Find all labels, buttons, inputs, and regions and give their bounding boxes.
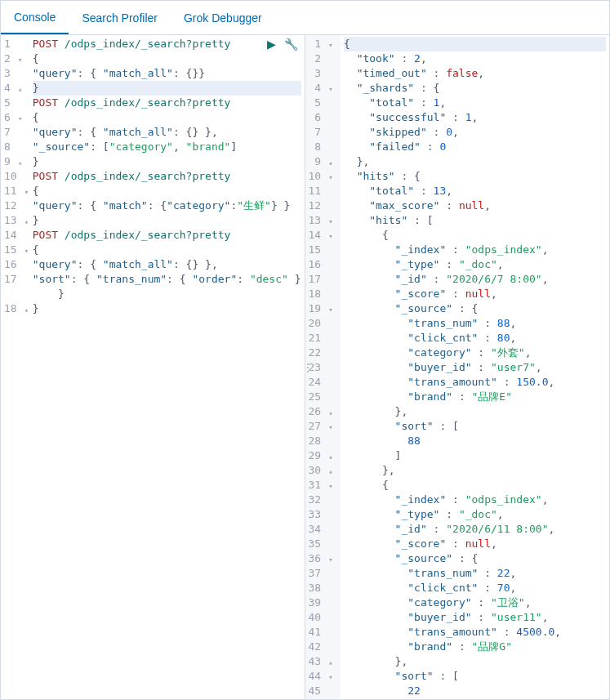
code-line[interactable]: 22 bbox=[344, 684, 606, 698]
fold-icon[interactable]: ▴ bbox=[327, 449, 334, 464]
code-line[interactable]: "trans_amount" : 4500.0, bbox=[344, 625, 606, 640]
code-line[interactable]: "_score" : null, bbox=[344, 537, 606, 551]
fold-icon[interactable]: ▾ bbox=[17, 111, 24, 126]
gutter-line: 26 ▴ bbox=[309, 404, 334, 419]
code-line[interactable]: }, bbox=[344, 654, 606, 669]
code-line[interactable]: POST /odps_index/_search?pretty bbox=[33, 169, 301, 184]
code-line[interactable]: "brand" : "品牌G" bbox=[344, 640, 606, 654]
fold-icon[interactable]: ▾ bbox=[327, 229, 334, 243]
code-line[interactable]: { bbox=[344, 228, 606, 243]
fold-icon[interactable]: ▾ bbox=[327, 170, 334, 185]
code-line[interactable]: "failed" : 0 bbox=[344, 140, 606, 154]
code-line[interactable]: { bbox=[33, 184, 301, 198]
code-line[interactable]: { bbox=[33, 243, 301, 257]
code-line[interactable]: "_score" : null, bbox=[344, 287, 606, 301]
code-line[interactable]: "_shards" : { bbox=[344, 81, 606, 96]
code-line[interactable]: "total" : 13, bbox=[344, 184, 606, 198]
code-line[interactable]: "successful" : 1, bbox=[344, 110, 606, 125]
code-line[interactable]: "category" : "卫浴", bbox=[344, 595, 606, 610]
code-line[interactable]: "query": { "match_all": {} }, bbox=[33, 125, 301, 140]
code-line[interactable]: ] bbox=[344, 448, 606, 463]
code-line[interactable]: "_id" : "2020/6/7 8:00", bbox=[344, 272, 606, 287]
code-line[interactable]: "total" : 1, bbox=[344, 96, 606, 110]
code-line[interactable]: "sort" : [ bbox=[344, 669, 606, 684]
code-line[interactable]: } bbox=[33, 154, 301, 169]
tab-search-profiler[interactable]: Search Profiler bbox=[69, 1, 171, 34]
fold-icon[interactable]: ▴ bbox=[17, 155, 24, 170]
code-line[interactable]: "brand" : "品牌E" bbox=[344, 390, 606, 404]
code-line[interactable]: "took" : 2, bbox=[344, 51, 606, 66]
code-line[interactable]: "max_score" : null, bbox=[344, 198, 606, 213]
code-line[interactable]: "_source" : { bbox=[344, 551, 606, 566]
fold-icon[interactable]: ▾ bbox=[327, 479, 334, 493]
response-editor[interactable]: 1 ▾2 3 4 ▾5 6 7 8 9 ▴10 ▾11 12 13 ▾14 ▾1… bbox=[305, 35, 610, 699]
code-line[interactable]: "buyer_id" : "user11", bbox=[344, 610, 606, 625]
request-editor[interactable]: 1 2 ▾3 4 ▴5 6 ▾7 8 9 ▴10 11 ▾12 13 ▴14 1… bbox=[1, 35, 305, 699]
code-line[interactable]: POST /odps_index/_search?pretty bbox=[33, 96, 301, 110]
code-line[interactable]: "click_cnt" : 70, bbox=[344, 581, 606, 595]
gutter-line: 29 ▴ bbox=[309, 448, 334, 463]
code-line[interactable]: "trans_num" : 22, bbox=[344, 566, 606, 581]
gutter-line: 12 bbox=[309, 198, 334, 213]
code-line[interactable]: { bbox=[33, 110, 301, 125]
code-line[interactable]: "query": { "match_all": {}} bbox=[33, 66, 301, 81]
code-line[interactable]: "_index" : "odps_index", bbox=[344, 493, 606, 507]
code-line[interactable]: 88 bbox=[344, 434, 606, 448]
code-line[interactable]: "sort": { "trans_num": { "order": "desc"… bbox=[33, 272, 301, 287]
code-line[interactable]: "hits" : { bbox=[344, 169, 606, 184]
splitter-handle[interactable]: ⋮ bbox=[305, 358, 311, 377]
code-line[interactable]: "skipped" : 0, bbox=[344, 125, 606, 140]
code-line[interactable]: } bbox=[33, 287, 301, 301]
fold-icon[interactable]: ▴ bbox=[327, 405, 334, 420]
fold-icon[interactable]: ▴ bbox=[17, 82, 24, 96]
code-line[interactable]: { bbox=[344, 37, 606, 51]
fold-icon[interactable]: ▾ bbox=[17, 52, 24, 67]
fold-icon[interactable]: ▴ bbox=[327, 155, 334, 170]
fold-icon[interactable]: ▴ bbox=[327, 464, 334, 479]
fold-icon[interactable]: ▾ bbox=[327, 214, 334, 229]
code-line[interactable]: } bbox=[33, 213, 301, 228]
tab-console[interactable]: Console bbox=[1, 1, 69, 34]
code-line[interactable]: }, bbox=[344, 404, 606, 419]
code-line[interactable]: "category" : "外套", bbox=[344, 346, 606, 360]
code-line[interactable]: "_source" : { bbox=[344, 301, 606, 316]
code-line[interactable]: }, bbox=[344, 463, 606, 478]
code-line[interactable]: "hits" : [ bbox=[344, 213, 606, 228]
code-line[interactable]: "query": { "match_all": {} }, bbox=[33, 257, 301, 272]
code-line[interactable]: { bbox=[344, 478, 606, 493]
code-line[interactable]: "trans_num" : 88, bbox=[344, 316, 606, 331]
fold-icon[interactable]: ▾ bbox=[327, 302, 334, 317]
code-line[interactable]: "buyer_id" : "user7", bbox=[344, 360, 606, 375]
code-line[interactable]: "_source": ["category", "brand"] bbox=[33, 140, 301, 154]
wrench-icon[interactable]: 🔧 bbox=[284, 38, 298, 51]
code-line[interactable]: "sort" : [ bbox=[344, 419, 606, 434]
fold-icon[interactable]: ▾ bbox=[327, 420, 334, 435]
code-line[interactable]: "timed_out" : false, bbox=[344, 66, 606, 81]
code-line[interactable]: "trans_amount" : 150.0, bbox=[344, 375, 606, 390]
fold-icon[interactable]: ▴ bbox=[327, 655, 334, 670]
code-line[interactable]: "_type" : "_doc", bbox=[344, 257, 606, 272]
code-line[interactable]: { bbox=[33, 51, 301, 66]
code-line[interactable]: } bbox=[33, 81, 301, 96]
fold-icon[interactable]: ▾ bbox=[327, 82, 334, 96]
fold-icon[interactable]: ▾ bbox=[327, 552, 334, 567]
gutter-line: 5 bbox=[4, 96, 23, 110]
request-code[interactable]: POST /odps_index/_search?pretty{"query":… bbox=[29, 35, 305, 699]
code-line[interactable]: "_type" : "_doc", bbox=[344, 507, 606, 522]
code-line[interactable]: "query": { "match": {"category":"生鲜"} } bbox=[33, 198, 301, 213]
tab-grok-debugger[interactable]: Grok Debugger bbox=[171, 1, 275, 34]
code-line[interactable]: ] bbox=[344, 698, 606, 699]
gutter-line: 22 bbox=[309, 346, 334, 360]
code-line[interactable]: "_index" : "odps_index", bbox=[344, 243, 606, 257]
play-icon[interactable]: ▶ bbox=[267, 38, 276, 51]
fold-icon[interactable]: ▾ bbox=[327, 670, 334, 684]
fold-icon[interactable]: ▾ bbox=[327, 38, 334, 52]
code-line[interactable]: POST /odps_index/_search?pretty bbox=[33, 37, 301, 51]
response-code[interactable]: { "took" : 2, "timed_out" : false, "_sha… bbox=[341, 35, 609, 699]
code-line[interactable]: POST /odps_index/_search?pretty bbox=[33, 228, 301, 243]
code-line[interactable]: } bbox=[33, 301, 301, 316]
gutter-line: 43 ▴ bbox=[309, 654, 334, 669]
code-line[interactable]: "click_cnt" : 80, bbox=[344, 331, 606, 346]
code-line[interactable]: }, bbox=[344, 154, 606, 169]
code-line[interactable]: "_id" : "2020/6/11 8:00", bbox=[344, 522, 606, 537]
